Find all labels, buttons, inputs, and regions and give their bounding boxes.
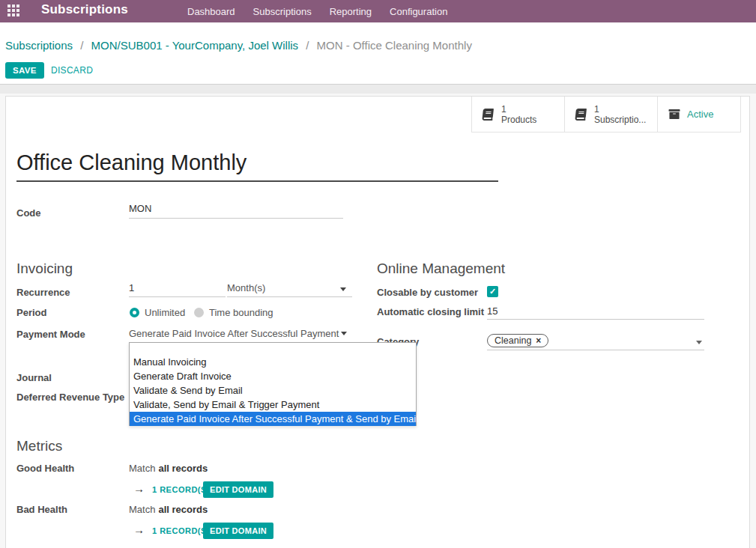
dropdown-option-generate-draft-invoice[interactable]: Generate Draft Invoice <box>130 369 416 383</box>
bad-health-records-link[interactable]: 1 RECORD(S) <box>152 526 210 535</box>
book-icon <box>482 109 495 121</box>
nav-item-reporting[interactable]: Reporting <box>330 6 372 17</box>
breadcrumb-link-subscriptions[interactable]: Subscriptions <box>5 39 73 52</box>
bad-health-edit-domain-button[interactable]: EDIT DOMAIN <box>203 523 273 539</box>
closable-by-customer-label: Closable by customer <box>377 287 478 298</box>
payment-mode-value: Generate Paid Invoice After Successful P… <box>129 328 339 339</box>
breadcrumb: Subscriptions / MON/SUB001 - YourCompany… <box>5 39 472 52</box>
stat-active-label: Active <box>687 109 713 120</box>
recurrence-unit-select[interactable]: Month(s) <box>227 282 352 297</box>
payment-mode-select[interactable]: Generate Paid Invoice After Successful P… <box>129 328 347 339</box>
category-tag-cleaning[interactable]: Cleaning × <box>487 334 548 347</box>
match-bold: all records <box>158 463 208 474</box>
apps-grid-icon[interactable] <box>7 4 21 18</box>
radio-time-bounding[interactable] <box>194 308 204 317</box>
stat-button-active[interactable]: Active <box>657 97 741 132</box>
stat-products-value: 1 <box>501 104 536 115</box>
record-title: Office Cleaning Monthly <box>16 150 498 175</box>
caret-down-icon <box>341 332 347 335</box>
recurrence-value-input[interactable]: 1 <box>129 282 226 297</box>
recurrence-unit-value: Month(s) <box>227 282 265 293</box>
book-icon <box>575 109 588 121</box>
good-health-edit-domain-button[interactable]: EDIT DOMAIN <box>203 481 273 498</box>
breadcrumb-separator: / <box>306 39 309 52</box>
arrow-right-icon: → <box>133 482 145 495</box>
metrics-header: Metrics <box>16 438 62 454</box>
match-prefix: Match <box>129 504 155 515</box>
nav-item-configuration[interactable]: Configuration <box>390 6 447 17</box>
stat-subscriptions-value: 1 <box>594 104 646 115</box>
caret-down-icon <box>340 287 346 291</box>
record-title-field[interactable]: Office Cleaning Monthly <box>16 150 498 182</box>
recurrence-label: Recurrence <box>16 287 70 298</box>
discard-button[interactable]: DISCARD <box>51 65 93 76</box>
automatic-closing-limit-label: Automatic closing limit <box>377 305 497 319</box>
payment-mode-label: Payment Mode <box>16 329 85 340</box>
app-title: Subscriptions <box>41 2 128 17</box>
category-tags-input[interactable]: Cleaning × <box>487 334 704 350</box>
code-label: Code <box>16 207 41 219</box>
deferred-revenue-type-label: Deferred Revenue Type <box>16 392 124 403</box>
dropdown-option-validate-send-email[interactable]: Validate & Send by Email <box>130 383 416 398</box>
nav-menu: Dashboard Subscriptions Reporting Config… <box>187 0 447 22</box>
stat-button-products[interactable]: 1 Products <box>471 97 564 132</box>
stat-subscriptions-label: Subscriptio... <box>594 115 646 125</box>
radio-time-bounding-label[interactable]: Time bounding <box>209 307 273 318</box>
nav-item-dashboard[interactable]: Dashboard <box>187 6 235 17</box>
page: Subscriptions Dashboard Subscriptions Re… <box>0 0 756 548</box>
online-management-header: Online Management <box>377 261 505 277</box>
good-health-records-link[interactable]: 1 RECORD(S) <box>152 485 210 494</box>
stat-button-subscriptions[interactable]: 1 Subscriptio... <box>564 97 657 132</box>
breadcrumb-link-subscription-record[interactable]: MON/SUB001 - YourCompany, Joel Willis <box>91 39 299 52</box>
nav-item-subscriptions[interactable]: Subscriptions <box>253 6 312 17</box>
match-prefix: Match <box>129 463 155 474</box>
breadcrumb-separator: / <box>80 39 83 52</box>
automatic-closing-limit-input[interactable]: 15 <box>487 302 704 320</box>
archive-icon <box>668 109 681 120</box>
radio-unlimited[interactable] <box>130 308 139 317</box>
invoicing-header: Invoicing <box>16 261 73 277</box>
period-label: Period <box>16 307 46 318</box>
category-tag-label: Cleaning <box>495 335 531 346</box>
stat-products-label: Products <box>501 115 536 125</box>
radio-unlimited-label[interactable]: Unlimited <box>145 307 185 318</box>
separator-band <box>0 84 756 94</box>
bad-health-label: Bad Health <box>16 504 67 515</box>
dropdown-option-paid-invoice-send-email[interactable]: Generate Paid Invoice After Successful P… <box>130 412 416 426</box>
code-input[interactable]: MON <box>129 203 343 219</box>
bad-health-match-text: Matchall records <box>129 504 208 515</box>
arrow-right-icon: → <box>133 523 145 536</box>
stat-buttons: 1 Products 1 Subscriptio... Active <box>471 97 741 133</box>
good-health-match-text: Matchall records <box>129 463 208 474</box>
close-icon[interactable]: × <box>536 335 541 346</box>
match-bold: all records <box>158 504 208 515</box>
save-button[interactable]: SAVE <box>5 62 44 79</box>
journal-label: Journal <box>16 372 52 383</box>
dropdown-option-validate-send-trigger[interactable]: Validate, Send by Email & Trigger Paymen… <box>130 398 416 412</box>
closable-by-customer-checkbox[interactable]: ✓ <box>487 286 498 297</box>
good-health-label: Good Health <box>16 463 74 474</box>
breadcrumb-current: MON - Office Cleaning Monthly <box>317 39 472 52</box>
caret-down-icon <box>696 341 702 344</box>
payment-mode-dropdown: Manual Invoicing Generate Draft Invoice … <box>129 342 417 426</box>
dropdown-option-manual-invoicing[interactable]: Manual Invoicing <box>130 355 416 369</box>
top-navbar: Subscriptions Dashboard Subscriptions Re… <box>0 0 756 22</box>
check-icon: ✓ <box>489 287 496 296</box>
